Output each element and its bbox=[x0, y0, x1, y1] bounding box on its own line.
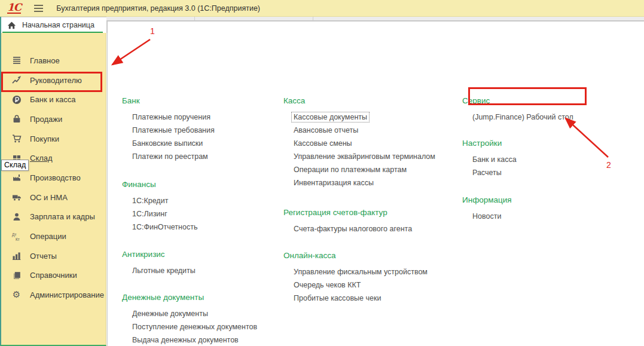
sidebar-item-label: Зарплата и кадры bbox=[30, 212, 95, 221]
sidebar-item-administrirovanie[interactable]: ⚙Администрирование bbox=[1, 285, 105, 305]
menu-item-label: Денежные документы bbox=[132, 310, 208, 318]
menu-item-label: Кассовые документы bbox=[292, 112, 369, 122]
active-tab-underline bbox=[2, 32, 103, 33]
sidebar-nav: ГлавноеРуководителюБанк и кассаПродажиПо… bbox=[1, 51, 105, 305]
menu-section-title: Антикризис bbox=[122, 250, 295, 259]
menu-column-service: Сервис(Jump.Finance) Рабочий столНастрой… bbox=[462, 22, 636, 346]
menu-item-label: Банковские выписки bbox=[132, 139, 203, 148]
tab-home-page[interactable]: Начальная страница bbox=[1, 17, 107, 33]
factory-icon bbox=[11, 173, 22, 182]
section-functions-panel: БанкПлатежные порученияПлатежные требова… bbox=[107, 21, 644, 346]
sidebar-item-os-i-nma[interactable]: ОС и НМА bbox=[1, 188, 105, 207]
sidebar-item-label: Справочники bbox=[30, 271, 77, 280]
sidebar-item-proizvodstvo[interactable]: Производство bbox=[1, 168, 105, 188]
menu-item-label: Счета-фактуры налогового агента bbox=[294, 225, 412, 233]
menu-item-label: Авансовые отчеты bbox=[294, 126, 358, 134]
menu-item[interactable]: Управление фискальным устройством bbox=[283, 265, 457, 278]
menu-item[interactable]: Платежные поручения bbox=[122, 111, 295, 124]
tooltip-sklad: Склад bbox=[1, 160, 29, 171]
books-icon bbox=[11, 271, 22, 280]
gear-icon: ⚙ bbox=[11, 290, 22, 300]
sidebar: Начальная страница ГлавноеРуководителюБа… bbox=[0, 17, 106, 346]
menu-item[interactable]: Новости bbox=[462, 210, 636, 223]
menu-section: Денежные документыДенежные документыПост… bbox=[122, 293, 295, 346]
menu-item-label: Платежные поручения bbox=[132, 113, 210, 121]
home-icon bbox=[7, 21, 16, 30]
menu-item-label: (Jump.Finance) Рабочий стол bbox=[472, 113, 573, 121]
title-bar: 1С Бухгалтерия предприятия, редакция 3.0… bbox=[0, 0, 644, 17]
menu-section-title: Сервис bbox=[462, 96, 636, 105]
menu-item-label: Очередь чеков ККТ bbox=[294, 281, 361, 289]
menu-item[interactable]: (Jump.Finance) Рабочий стол bbox=[462, 111, 636, 124]
menu-item[interactable]: Поступление денежных документов bbox=[122, 320, 295, 333]
tab-strip-separator bbox=[194, 17, 195, 20]
menu-item-label: Новости bbox=[472, 212, 501, 221]
sidebar-item-spravochniki[interactable]: Справочники bbox=[1, 266, 105, 286]
menu-item[interactable]: Денежные документы bbox=[122, 307, 295, 320]
menu-item[interactable]: Банковские выписки bbox=[122, 137, 295, 150]
menu-item-label: Льготные кредиты bbox=[132, 267, 196, 275]
menu-item[interactable]: 1С:Лизинг bbox=[122, 207, 295, 221]
menu-item-label: Платежные требования bbox=[132, 126, 215, 134]
sidebar-item-label: Главное bbox=[30, 56, 60, 65]
sidebar-item-zarplata-i-kadry[interactable]: Зарплата и кадры bbox=[1, 207, 105, 227]
menu-item-label: Управление фискальным устройством bbox=[294, 268, 428, 276]
menu-item[interactable]: Льготные кредиты bbox=[122, 264, 295, 277]
menu-lines-icon bbox=[11, 56, 22, 65]
sidebar-item-prodazhi[interactable]: Продажи bbox=[1, 109, 105, 129]
menu-section-title: Денежные документы bbox=[122, 293, 295, 302]
menu-column-bank: БанкПлатежные порученияПлатежные требова… bbox=[122, 22, 295, 346]
sidebar-item-rukovoditelyu[interactable]: Руководителю bbox=[1, 71, 105, 90]
person-icon bbox=[11, 212, 22, 222]
menu-item-label: 1С:Кредит bbox=[132, 197, 168, 205]
menu-item-label: Операции по платежным картам bbox=[294, 166, 407, 174]
menu-section: Финансы1С:Кредит1С:Лизинг1С:ФинОтчетност… bbox=[122, 180, 295, 234]
menu-section-title: Онлайн-касса bbox=[283, 251, 457, 260]
dtkt-icon: ДтКт bbox=[11, 232, 22, 241]
menu-item[interactable]: Управление эквайринговым терминалом bbox=[283, 150, 457, 163]
tab-strip bbox=[106, 17, 644, 21]
menu-section-title: Регистрация счетов-фактур bbox=[283, 208, 457, 217]
sidebar-item-label: Производство bbox=[30, 173, 81, 182]
hamburger-menu-icon[interactable] bbox=[34, 5, 43, 12]
menu-item[interactable]: Платежи по реестрам bbox=[122, 150, 295, 163]
menu-item-label: Платежи по реестрам bbox=[132, 152, 208, 161]
menu-section: Сервис(Jump.Finance) Рабочий стол bbox=[462, 96, 636, 124]
sidebar-item-bank-i-kassa[interactable]: Банк и касса bbox=[1, 90, 105, 109]
sidebar-item-label: Продажи bbox=[30, 115, 62, 124]
menu-item[interactable]: Пробитые кассовые чеки bbox=[283, 292, 457, 305]
menu-section: КассаКассовые документыАвансовые отчетыК… bbox=[283, 96, 457, 189]
sidebar-item-label: Банк и касса bbox=[30, 95, 76, 104]
menu-item-label: Пробитые кассовые чеки bbox=[294, 294, 381, 302]
menu-item-label: Расчеты bbox=[472, 169, 502, 177]
sidebar-item-label: Руководителю bbox=[30, 76, 82, 85]
sidebar-item-label: Отчеты bbox=[30, 252, 57, 261]
sidebar-item-glavnoe[interactable]: Главное bbox=[1, 51, 105, 71]
menu-section-title: Касса bbox=[283, 96, 457, 105]
bar-chart-icon bbox=[11, 251, 22, 261]
menu-item[interactable]: Банк и касса bbox=[462, 153, 636, 166]
truck-icon bbox=[11, 192, 22, 202]
sidebar-item-label: Администрирование bbox=[30, 290, 104, 299]
sidebar-item-label: Склад bbox=[30, 154, 53, 163]
menu-item[interactable]: 1С:ФинОтчетность bbox=[122, 221, 295, 234]
menu-section: ИнформацияНовости bbox=[462, 195, 636, 223]
sidebar-item-otchety[interactable]: Отчеты bbox=[1, 246, 105, 266]
menu-item[interactable]: Платежные требования bbox=[122, 124, 295, 137]
menu-item[interactable]: Кассовые смены bbox=[283, 137, 457, 150]
menu-section: Онлайн-кассаУправление фискальным устрой… bbox=[283, 251, 457, 305]
sidebar-item-operacii[interactable]: ДтКтОперации bbox=[1, 226, 105, 246]
menu-item-label: Выдача денежных документов bbox=[132, 336, 239, 344]
menu-item[interactable]: Выдача денежных документов bbox=[122, 333, 295, 346]
menu-item[interactable]: Авансовые отчеты bbox=[283, 124, 457, 137]
menu-item[interactable]: Очередь чеков ККТ bbox=[283, 278, 457, 292]
menu-item[interactable]: Операции по платежным картам bbox=[283, 163, 457, 176]
menu-item[interactable]: Счета-фактуры налогового агента bbox=[283, 222, 457, 235]
menu-item[interactable]: Кассовые документы bbox=[283, 111, 457, 124]
menu-item[interactable]: 1С:Кредит bbox=[122, 194, 295, 207]
menu-item[interactable]: Расчеты bbox=[462, 166, 636, 179]
home-tab-label: Начальная страница bbox=[22, 21, 94, 29]
sidebar-item-pokupki[interactable]: Покупки bbox=[1, 129, 105, 149]
sidebar-item-label: Покупки bbox=[30, 134, 59, 143]
menu-item[interactable]: Инвентаризация кассы bbox=[283, 176, 457, 189]
